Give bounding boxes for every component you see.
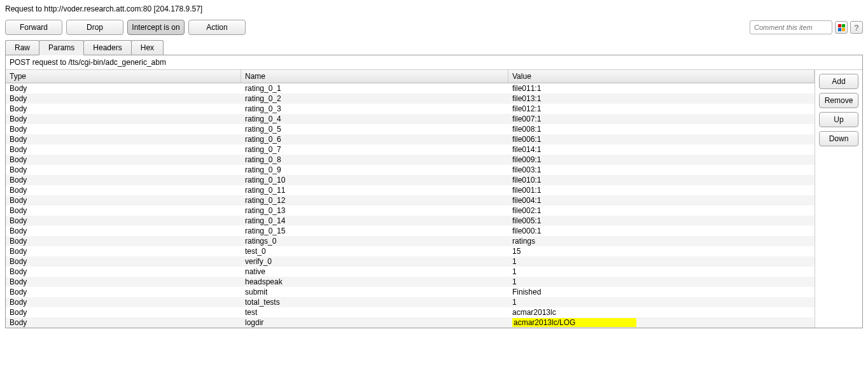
tab-hex[interactable]: Hex [131,40,164,55]
table-row[interactable]: Bodyrating_0_5file008:1 [6,124,815,134]
cell-value: file014:1 [508,144,815,155]
cell-type: Body [6,144,241,155]
cell-type: Body [6,297,241,307]
table-row[interactable]: Bodyrating_0_9file003:1 [6,165,815,175]
action-button[interactable]: Action [188,20,246,35]
cell-value: file008:1 [508,124,815,134]
cell-value: 1 [508,267,815,277]
cell-name: rating_0_9 [241,165,508,175]
cell-value: file011:1 [508,83,815,94]
table-row[interactable]: Bodyrating_0_12file004:1 [6,195,815,205]
table-row[interactable]: Bodyrating_0_7file014:1 [6,144,815,155]
cell-value: ratings [508,236,815,246]
cell-type: Body [6,195,241,205]
highlight-color-icon[interactable] [835,21,848,34]
table-row[interactable]: Bodyrating_0_11file001:1 [6,185,815,195]
cell-value: file013:1 [508,94,815,104]
cell-type: Body [6,307,241,317]
table-row[interactable]: Bodyratings_0ratings [6,236,815,246]
table-row[interactable]: Bodyrating_0_3file012:1 [6,104,815,114]
table-row[interactable]: Bodyrating_0_10file010:1 [6,175,815,185]
cell-type: Body [6,94,241,104]
cell-type: Body [6,134,241,144]
cell-name: rating_0_13 [241,205,508,216]
table-row[interactable]: Bodylogdiracmar2013lc/LOG [6,317,815,328]
request-view-tabs: Raw Params Headers Hex [5,40,863,55]
cell-name: headspeak [241,277,508,287]
cell-name: rating_0_8 [241,155,508,165]
up-button[interactable]: Up [819,112,858,127]
cell-type: Body [6,236,241,246]
intercept-toggle-button[interactable]: Intercept is on [127,20,185,35]
cell-value: acmar2013lc [508,307,815,317]
cell-type: Body [6,83,241,94]
cell-value: file006:1 [508,134,815,144]
table-row[interactable]: Bodyrating_0_1file011:1 [6,83,815,94]
request-url-line: Request to http://voder.research.att.com… [5,3,863,15]
table-row[interactable]: Bodynative1 [6,267,815,277]
cell-type: Body [6,165,241,175]
table-row[interactable]: Bodyrating_0_2file013:1 [6,94,815,104]
table-row[interactable]: Bodyrating_0_4file007:1 [6,114,815,124]
cell-name: rating_0_1 [241,83,508,94]
down-button[interactable]: Down [819,131,858,146]
tab-params[interactable]: Params [39,40,84,55]
table-row[interactable]: Bodytotal_tests1 [6,297,815,307]
cell-value: file004:1 [508,195,815,205]
cell-name: rating_0_12 [241,195,508,205]
cell-value: 1 [508,256,815,267]
cell-type: Body [6,246,241,256]
cell-name: rating_0_3 [241,104,508,114]
cell-value: file000:1 [508,226,815,236]
drop-button[interactable]: Drop [66,20,123,35]
cell-name: native [241,267,508,277]
post-request-line: POST request to /tts/cgi-bin/adc_generic… [6,55,862,70]
table-row[interactable]: Bodyrating_0_14file005:1 [6,216,815,226]
cell-value: Finished [508,287,815,297]
cell-type: Body [6,124,241,134]
cell-name: total_tests [241,297,508,307]
table-row[interactable]: Bodyheadspeak1 [6,277,815,287]
forward-button[interactable]: Forward [5,20,62,35]
table-row[interactable]: Bodyrating_0_15file000:1 [6,226,815,236]
tab-headers[interactable]: Headers [83,40,131,55]
table-row[interactable]: Bodytestacmar2013lc [6,307,815,317]
cell-value: acmar2013lc/LOG [508,317,815,328]
column-header-type[interactable]: Type [6,70,241,83]
cell-name: ratings_0 [241,236,508,246]
cell-name: test [241,307,508,317]
help-icon[interactable]: ? [850,21,863,34]
comment-input[interactable] [750,20,832,34]
remove-button[interactable]: Remove [819,93,858,108]
cell-type: Body [6,114,241,124]
cell-value: file005:1 [508,216,815,226]
cell-value: file003:1 [508,165,815,175]
cell-name: rating_0_15 [241,226,508,236]
cell-value: 1 [508,297,815,307]
cell-name: rating_0_14 [241,216,508,226]
table-row[interactable]: Bodytest_015 [6,246,815,256]
column-header-value[interactable]: Value [508,70,815,83]
cell-value: 15 [508,246,815,256]
tab-raw[interactable]: Raw [5,40,39,55]
table-row[interactable]: BodysubmitFinished [6,287,815,297]
cell-name: test_0 [241,246,508,256]
cell-name: rating_0_7 [241,144,508,155]
table-row[interactable]: Bodyrating_0_13file002:1 [6,205,815,216]
cell-value: file001:1 [508,185,815,195]
cell-type: Body [6,267,241,277]
cell-type: Body [6,104,241,114]
cell-name: verify_0 [241,256,508,267]
column-header-name[interactable]: Name [241,70,508,83]
table-row[interactable]: Bodyverify_01 [6,256,815,267]
add-button[interactable]: Add [819,74,858,89]
cell-type: Body [6,226,241,236]
cell-type: Body [6,185,241,195]
cell-value: file009:1 [508,155,815,165]
params-table: Type Name Value Bodyrating_0_1file011:1B… [6,70,815,328]
cell-name: rating_0_4 [241,114,508,124]
table-row[interactable]: Bodyrating_0_8file009:1 [6,155,815,165]
cell-name: logdir [241,317,508,328]
table-row[interactable]: Bodyrating_0_6file006:1 [6,134,815,144]
cell-value: file002:1 [508,205,815,216]
